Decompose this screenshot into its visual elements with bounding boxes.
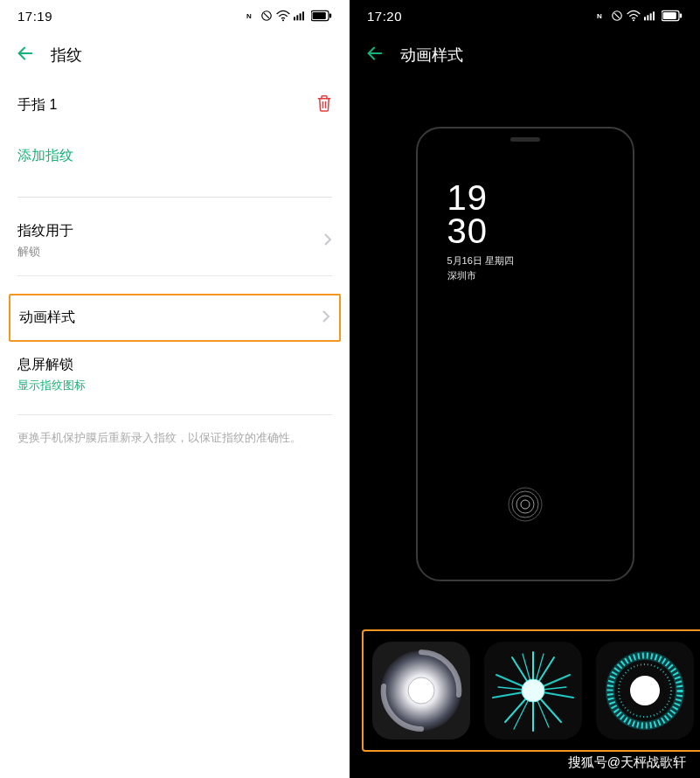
battery-icon — [662, 10, 683, 22]
dnd-icon — [611, 10, 623, 22]
svg-rect-21 — [653, 11, 655, 20]
svg-point-54 — [630, 676, 660, 705]
svg-rect-7 — [302, 11, 304, 20]
lockscreen-preview: 19 30 5月16日 星期四 深圳市 — [416, 127, 634, 581]
svg-rect-9 — [313, 12, 326, 19]
status-clock: 17:20 — [367, 9, 402, 24]
svg-rect-20 — [650, 13, 652, 20]
phone-notch — [510, 137, 540, 142]
anim-thumb-swirl[interactable] — [372, 642, 470, 740]
nfc-icon: N — [246, 10, 257, 21]
svg-rect-5 — [296, 15, 298, 20]
wifi-icon — [276, 10, 290, 22]
animation-style-row[interactable]: 动画样式 — [10, 295, 339, 340]
svg-point-3 — [282, 19, 284, 21]
preview-hour: 19 — [447, 181, 514, 214]
back-icon[interactable] — [16, 44, 35, 66]
phone-frame: 19 30 5月16日 星期四 深圳市 — [416, 127, 634, 581]
chevron-right-icon — [322, 308, 330, 328]
svg-point-29 — [509, 488, 542, 521]
back-icon[interactable] — [365, 44, 385, 66]
wifi-icon — [627, 10, 641, 22]
preview-date: 5月16日 星期四 — [447, 254, 514, 267]
used-for-sub: 解锁 — [17, 244, 73, 260]
add-fingerprint-link[interactable]: 添加指纹 — [0, 131, 350, 190]
page-title: 动画样式 — [400, 45, 463, 66]
watermark: 搜狐号@天枰战歌轩 — [565, 753, 690, 773]
svg-point-26 — [521, 500, 530, 509]
preview-location: 深圳市 — [447, 269, 514, 282]
svg-rect-4 — [294, 17, 295, 20]
fingerprint-settings-screen: 17:19 N 指纹 手指 1 添加指纹 指纹用于 解锁 — [0, 0, 350, 778]
enrolled-finger-row[interactable]: 手指 1 — [0, 79, 350, 131]
svg-rect-6 — [300, 13, 301, 20]
header-bar: 指纹 — [0, 31, 350, 79]
fingerprint-sensor-icon — [508, 487, 543, 522]
preview-clock-block: 19 30 5月16日 星期四 深圳市 — [447, 181, 514, 282]
anim-thumb-firework[interactable] — [484, 642, 582, 740]
status-bar: 17:19 N — [0, 0, 350, 31]
animation-style-thumbnails — [362, 629, 700, 752]
preview-minute: 30 — [447, 214, 514, 247]
header-bar: 动画样式 — [350, 31, 700, 79]
highlight-animation-style: 动画样式 — [9, 294, 341, 342]
status-icons: N — [597, 10, 683, 22]
aod-unlock-row[interactable]: 息屏解锁 显示指纹图标 — [0, 347, 350, 409]
signal-icon — [294, 10, 308, 22]
status-icons: N — [246, 10, 332, 22]
status-clock: 17:19 — [17, 9, 52, 24]
enrolled-finger-label: 手指 1 — [17, 96, 57, 115]
svg-line-2 — [264, 13, 269, 18]
signal-icon — [644, 10, 658, 22]
page-title: 指纹 — [51, 45, 82, 66]
fingerprint-used-for-row[interactable]: 指纹用于 解锁 — [0, 206, 350, 275]
svg-point-17 — [633, 19, 634, 21]
svg-rect-10 — [329, 14, 331, 18]
svg-text:N: N — [597, 12, 602, 20]
animation-style-screen: 17:20 N 动画样式 19 30 5月16日 星期四 深圳市 — [350, 0, 700, 778]
used-for-label: 指纹用于 — [17, 222, 73, 240]
anim-thumb-ring[interactable] — [596, 642, 694, 740]
status-bar: 17:20 N — [350, 0, 700, 31]
svg-rect-24 — [680, 14, 682, 18]
svg-rect-19 — [647, 15, 648, 20]
svg-rect-18 — [644, 17, 646, 20]
aod-unlock-sub: 显示指纹图标 — [17, 378, 86, 393]
aod-unlock-label: 息屏解锁 — [17, 356, 86, 374]
nfc-icon: N — [597, 10, 607, 21]
battery-icon — [311, 10, 332, 22]
chevron-right-icon — [323, 231, 332, 251]
svg-line-16 — [614, 13, 620, 18]
svg-point-27 — [516, 496, 534, 513]
settings-list: 手指 1 添加指纹 指纹用于 解锁 动画样式 — [0, 79, 350, 461]
svg-rect-23 — [663, 12, 676, 19]
footer-note: 更换手机保护膜后重新录入指纹，以保证指纹的准确性。 — [0, 415, 350, 461]
dnd-icon — [260, 10, 273, 22]
svg-text:N: N — [246, 12, 252, 20]
animation-style-label: 动画样式 — [19, 309, 75, 327]
trash-icon[interactable] — [316, 94, 332, 115]
